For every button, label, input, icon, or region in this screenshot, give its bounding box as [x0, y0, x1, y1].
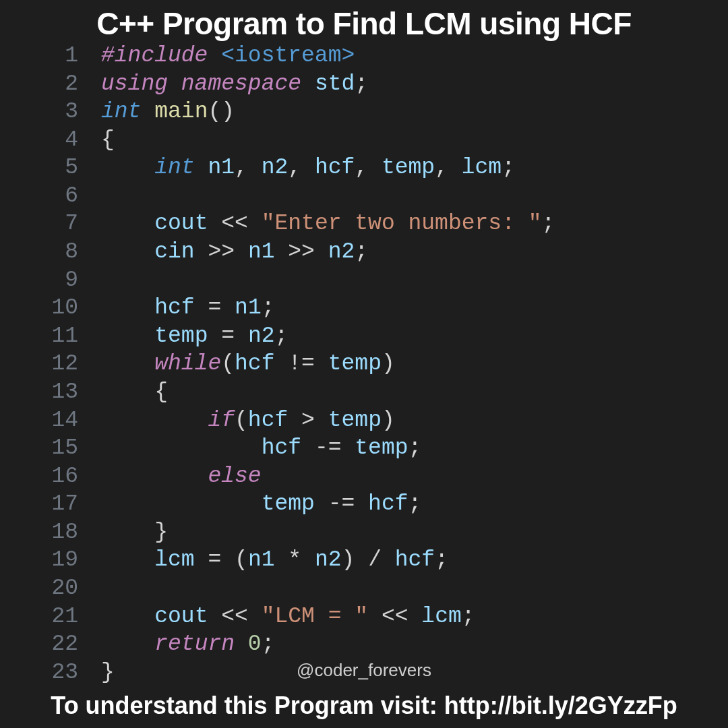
code-line: 20	[27, 574, 701, 603]
code-line: 15 hcf -= temp;	[27, 434, 701, 462]
line-number: 2	[27, 70, 101, 98]
line-number: 4	[27, 126, 101, 154]
code-line: 17 temp -= hcf;	[27, 490, 701, 518]
code-content: return 0;	[101, 630, 274, 659]
code-content: hcf -= temp;	[101, 434, 421, 462]
code-content: else	[101, 462, 262, 491]
line-number: 20	[27, 574, 101, 603]
code-content: temp -= hcf;	[101, 490, 421, 518]
code-content: cout << "LCM = " << lcm;	[101, 603, 475, 631]
code-line: 12 while(hcf != temp)	[27, 350, 701, 378]
code-content: {	[101, 378, 168, 406]
code-line: 1#include <iostream>	[27, 42, 701, 70]
code-line: 18 }	[27, 518, 701, 547]
line-number: 17	[27, 490, 101, 518]
code-line: 5 int n1, n2, hcf, temp, lcm;	[27, 154, 701, 182]
line-number: 22	[27, 630, 101, 659]
code-line: 13 {	[27, 378, 701, 406]
code-content: using namespace std;	[101, 70, 368, 98]
line-number: 15	[27, 434, 101, 462]
code-line: 9	[27, 266, 701, 295]
code-content: temp = n2;	[101, 322, 288, 351]
line-number: 13	[27, 378, 101, 406]
code-line: 10 hcf = n1;	[27, 294, 701, 322]
code-line: 21 cout << "LCM = " << lcm;	[27, 603, 701, 631]
code-content	[101, 266, 115, 295]
line-number: 9	[27, 266, 101, 295]
code-content: }	[101, 518, 168, 547]
code-content: hcf = n1;	[101, 294, 275, 322]
code-content: #include <iostream>	[101, 42, 355, 70]
code-line: 3int main()	[27, 98, 701, 126]
line-number: 8	[27, 238, 101, 266]
line-number: 14	[27, 406, 101, 435]
line-number: 3	[27, 98, 101, 126]
line-number: 12	[27, 350, 101, 378]
code-block: 1#include <iostream>2using namespace std…	[0, 42, 728, 686]
code-line: 6	[27, 182, 701, 210]
line-number: 19	[27, 546, 101, 574]
code-content: int n1, n2, hcf, temp, lcm;	[101, 154, 515, 182]
code-line: 8 cin >> n1 >> n2;	[27, 238, 701, 266]
code-content: {	[101, 126, 115, 154]
code-content: int main()	[101, 98, 235, 126]
code-content: cout << "Enter two numbers: ";	[101, 210, 555, 238]
line-number: 11	[27, 322, 101, 351]
line-number: 7	[27, 210, 101, 238]
code-content: cin >> n1 >> n2;	[101, 238, 368, 266]
line-number: 5	[27, 154, 101, 182]
code-content: while(hcf != temp)	[101, 350, 395, 378]
code-line: 11 temp = n2;	[27, 322, 701, 351]
code-line: 2using namespace std;	[27, 70, 701, 98]
code-content: if(hcf > temp)	[101, 406, 395, 435]
code-content	[101, 574, 115, 603]
line-number: 10	[27, 294, 101, 322]
line-number: 21	[27, 603, 101, 631]
author-handle: @coder_forevers	[0, 660, 728, 681]
code-content: lcm = (n1 * n2) / hcf;	[101, 546, 448, 574]
code-line: 16 else	[27, 462, 701, 491]
line-number: 18	[27, 518, 101, 547]
line-number: 16	[27, 462, 101, 491]
line-number: 6	[27, 182, 101, 210]
code-line: 4{	[27, 126, 701, 154]
code-content	[101, 182, 115, 210]
code-line: 19 lcm = (n1 * n2) / hcf;	[27, 546, 701, 574]
line-number: 1	[27, 42, 101, 70]
page-title: C++ Program to Find LCM using HCF	[0, 0, 728, 42]
footer-text: To understand this Program visit: http:/…	[0, 692, 728, 720]
code-line: 22 return 0;	[27, 630, 701, 659]
code-line: 14 if(hcf > temp)	[27, 406, 701, 435]
code-line: 7 cout << "Enter two numbers: ";	[27, 210, 701, 238]
